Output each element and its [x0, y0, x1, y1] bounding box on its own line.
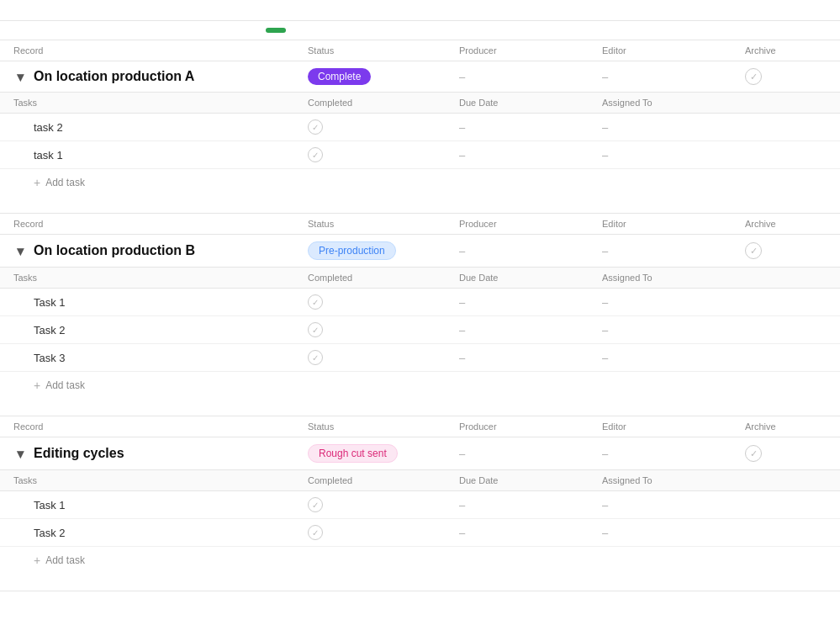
editor-col-label: Editor — [602, 421, 745, 432]
task-check-1-0[interactable]: ✓ — [308, 294, 459, 310]
archive-col-label: Archive — [745, 219, 840, 229]
task-check-0-1[interactable]: ✓ — [308, 147, 459, 162]
record-producer-1: – — [459, 245, 602, 257]
tasks-col-label: Tasks — [13, 475, 308, 485]
record-producer-2: – — [459, 448, 602, 460]
tasks-col-label: Tasks — [13, 273, 308, 283]
due-date-col-label: Due Date — [459, 475, 602, 485]
table-row: Task 1 ✓ – – — [0, 491, 840, 519]
sections-container: Record Status Producer Editor Archive ▾ … — [0, 40, 840, 591]
record-producer-0: – — [459, 71, 602, 83]
section-1: Record Status Producer Editor Archive ▾ … — [0, 214, 840, 416]
task-assigned-0-0: – — [602, 121, 745, 134]
assigned-to-col-label: Assigned To — [602, 98, 745, 108]
task-name-1-1: Task 2 — [13, 324, 308, 337]
producer-col-label: Producer — [459, 219, 602, 229]
status-col-label: Status — [308, 421, 459, 432]
record-row-2: ▾ Editing cycles Rough cut sent – – ✓ — [0, 437, 840, 470]
task-assigned-2-1: – — [602, 527, 745, 539]
task-name-2-0: Task 1 — [13, 499, 308, 511]
tasks-header-1: Tasks Completed Due Date Assigned To — [0, 268, 840, 289]
task-check-2-0[interactable]: ✓ — [308, 497, 459, 512]
project-row — [0, 21, 840, 40]
record-status-badge-2[interactable]: Rough cut sent — [308, 444, 459, 463]
record-col-label: Record — [13, 421, 308, 432]
chevron-down-icon[interactable]: ▾ — [13, 244, 27, 257]
table-row: task 2 ✓ – – — [0, 114, 840, 141]
producer-col-label: Producer — [459, 45, 602, 56]
task-assigned-1-2: – — [602, 352, 745, 364]
record-name-1: On location production B — [34, 243, 195, 258]
task-name-0-1: task 1 — [13, 149, 308, 162]
task-assigned-1-1: – — [602, 324, 745, 337]
tasks-header-2: Tasks Completed Due Date Assigned To — [0, 470, 840, 491]
chevron-down-icon[interactable]: ▾ — [13, 70, 27, 83]
section-0: Record Status Producer Editor Archive ▾ … — [0, 40, 840, 214]
assigned-to-col-label: Assigned To — [602, 273, 745, 283]
record-title-0: ▾ On location production A — [13, 69, 308, 84]
section-spacer — [0, 577, 840, 591]
task-name-2-1: Task 2 — [13, 527, 308, 539]
task-due-2-0: – — [459, 499, 602, 511]
archive-icon-0[interactable]: ✓ — [745, 68, 840, 85]
assigned-to-col-label: Assigned To — [602, 475, 745, 485]
plus-icon: + — [34, 554, 40, 567]
add-task-button-1[interactable]: + Add task — [0, 372, 840, 402]
record-col-label: Record — [13, 45, 308, 56]
record-editor-1: – — [602, 245, 745, 257]
archive-icon-1[interactable]: ✓ — [745, 242, 840, 259]
add-task-button-2[interactable]: + Add task — [0, 547, 840, 577]
task-assigned-0-1: – — [602, 149, 745, 162]
section-1-col-headers: Record Status Producer Editor Archive — [0, 214, 840, 235]
due-date-col-label: Due Date — [459, 98, 602, 108]
table-row: Task 2 ✓ – – — [0, 316, 840, 344]
record-title-1: ▾ On location production B — [13, 243, 308, 258]
section-2-col-headers: Record Status Producer Editor Archive — [0, 416, 840, 437]
editor-col-label: Editor — [602, 45, 745, 56]
record-row-0: ▾ On location production A Complete – – … — [0, 61, 840, 93]
task-check-2-1[interactable]: ✓ — [308, 525, 459, 540]
task-name-1-0: Task 1 — [13, 296, 308, 309]
table-row: Task 2 ✓ – – — [0, 519, 840, 547]
table-row: Task 1 ✓ – – — [0, 289, 840, 316]
section-spacer — [0, 402, 840, 416]
task-name-1-2: Task 3 — [13, 352, 308, 364]
record-status-badge-1[interactable]: Pre-production — [308, 241, 459, 260]
add-task-button-0[interactable]: + Add task — [0, 169, 840, 199]
task-due-1-0: – — [459, 296, 602, 309]
status-col-label: Status — [308, 219, 459, 229]
tasks-col-label: Tasks — [13, 98, 308, 108]
record-row-1: ▾ On location production B Pre-productio… — [0, 235, 840, 268]
record-editor-2: – — [602, 448, 745, 460]
add-task-label: Add task — [45, 379, 85, 391]
completed-col-label: Completed — [308, 475, 459, 485]
section-0-col-headers: Record Status Producer Editor Archive — [0, 40, 840, 61]
record-title-2: ▾ Editing cycles — [13, 446, 308, 461]
page-header — [0, 0, 840, 21]
tasks-header-0: Tasks Completed Due Date Assigned To — [0, 93, 840, 114]
archive-col-label: Archive — [745, 45, 840, 56]
chevron-down-icon[interactable]: ▾ — [13, 447, 27, 460]
due-date-col-label: Due Date — [459, 273, 602, 283]
plus-icon: + — [34, 176, 40, 189]
add-task-label: Add task — [45, 177, 85, 188]
record-editor-0: – — [602, 71, 745, 83]
producer-col-label: Producer — [459, 421, 602, 432]
task-due-0-0: – — [459, 121, 602, 134]
status-col-label: Status — [308, 45, 459, 56]
completed-col-label: Completed — [308, 98, 459, 108]
task-due-1-2: – — [459, 352, 602, 364]
production-status-badge[interactable] — [266, 28, 286, 33]
record-name-0: On location production A — [34, 69, 194, 84]
table-row: task 1 ✓ – – — [0, 141, 840, 169]
record-status-badge-0[interactable]: Complete — [308, 68, 459, 85]
archive-col-label: Archive — [745, 421, 840, 432]
task-due-2-1: – — [459, 527, 602, 539]
archive-icon-2[interactable]: ✓ — [745, 445, 840, 462]
task-check-0-0[interactable]: ✓ — [308, 119, 459, 135]
table-row: Task 3 ✓ – – — [0, 344, 840, 372]
task-check-1-1[interactable]: ✓ — [308, 322, 459, 337]
section-2: Record Status Producer Editor Archive ▾ … — [0, 416, 840, 591]
record-col-label: Record — [13, 219, 308, 229]
task-check-1-2[interactable]: ✓ — [308, 350, 459, 365]
